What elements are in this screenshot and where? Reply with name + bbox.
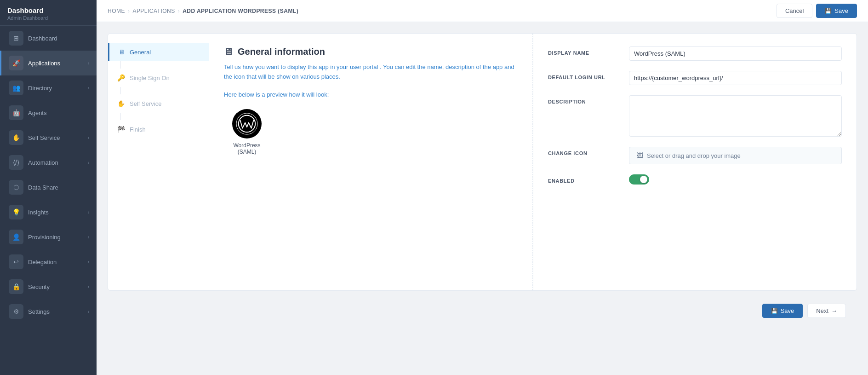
chevron-icon-automation: ‹ — [88, 160, 89, 165]
enabled-label: ENABLED — [548, 174, 622, 184]
wizard-card: 🖥 General 🔑 Single Sign On ✋ Self Servic… — [108, 33, 857, 291]
chevron-icon-provisioning: ‹ — [88, 235, 89, 240]
step-icon-sso: 🔑 — [117, 74, 125, 81]
preview-label: Here below is a preview how it will look… — [224, 91, 518, 98]
chevron-icon-security: ‹ — [88, 284, 89, 289]
sidebar-label-automation: Automation — [28, 159, 58, 166]
wizard-steps: 🖥 General 🔑 Single Sign On ✋ Self Servic… — [108, 34, 209, 290]
description-label: DESCRIPTION — [548, 95, 622, 104]
sidebar-item-dashboard[interactable]: ⊞ Dashboard — [0, 26, 97, 51]
sidebar-icon-self-service: ✋ — [9, 130, 23, 145]
step-connector-1 — [120, 87, 121, 94]
app-preview-icon — [232, 109, 262, 138]
chevron-icon-delegation: ‹ — [88, 260, 89, 265]
chevron-icon-directory: ‹ — [88, 86, 89, 91]
chevron-icon-applications: ‹ — [88, 61, 89, 66]
sidebar-icon-provisioning: 👤 — [9, 230, 23, 244]
breadcrumb-current: ADD APPLICATION WORDPRESS (SAML) — [183, 8, 298, 14]
sidebar-header: Dashboard Admin Dashboard — [0, 0, 97, 26]
wizard-bottom-actions: 💾 Save Next → — [108, 296, 857, 325]
breadcrumb-sep-2: › — [178, 8, 180, 14]
breadcrumb-sep-1: › — [128, 8, 130, 14]
sidebar-item-settings[interactable]: ⚙ Settings ‹ — [0, 299, 97, 324]
sidebar-icon-delegation: ↩ — [9, 254, 23, 269]
save-button-top[interactable]: 💾 Save — [816, 4, 857, 18]
login-url-label: DEFAULT LOGIN URL — [548, 71, 622, 80]
sidebar-item-self-service[interactable]: ✋ Self Service ‹ — [0, 125, 97, 150]
sidebar-label-self-service: Self Service — [28, 134, 60, 141]
login-url-input[interactable] — [629, 71, 842, 85]
sidebar-subtitle: Admin Dashboard — [7, 15, 89, 21]
sidebar-label-settings: Settings — [28, 308, 50, 315]
user-portal-link[interactable]: user portal — [350, 63, 378, 70]
sidebar-item-security[interactable]: 🔒 Security ‹ — [0, 274, 97, 299]
sidebar-title: Dashboard — [7, 6, 89, 14]
sidebar-item-applications[interactable]: 🚀 Applications ‹ — [0, 51, 97, 75]
step-icon-finish: 🏁 — [117, 126, 125, 133]
change-icon-label: CHANGE ICON — [548, 147, 622, 156]
sidebar-icon-automation: ⟨/⟩ — [9, 155, 23, 170]
sidebar: Dashboard Admin Dashboard ⊞ Dashboard 🚀 … — [0, 0, 97, 375]
display-name-input[interactable] — [629, 46, 842, 61]
wizard-step-sso[interactable]: 🔑 Single Sign On — [108, 69, 209, 87]
sidebar-icon-insights: 💡 — [9, 205, 23, 219]
save-button-bottom[interactable]: 💾 Save — [762, 304, 803, 318]
sidebar-item-delegation[interactable]: ↩ Delegation ‹ — [0, 249, 97, 274]
wizard-step-finish[interactable]: 🏁 Finish — [108, 120, 209, 138]
sidebar-label-insights: Insights — [28, 209, 49, 216]
breadcrumb-applications[interactable]: APPLICATIONS — [132, 8, 175, 14]
sidebar-label-directory: Directory — [28, 85, 52, 92]
step-icon-general: 🖥 — [119, 48, 125, 56]
main-area: HOME › APPLICATIONS › ADD APPLICATION WO… — [97, 0, 868, 375]
sidebar-item-automation[interactable]: ⟨/⟩ Automation ‹ — [0, 150, 97, 175]
wizard-step-general[interactable]: 🖥 General — [108, 43, 209, 61]
sidebar-label-security: Security — [28, 283, 50, 290]
enabled-toggle[interactable] — [629, 174, 649, 185]
sidebar-icon-dashboard: ⊞ — [9, 31, 23, 46]
sidebar-item-directory[interactable]: 👥 Directory ‹ — [0, 75, 97, 100]
step-connector-0 — [120, 61, 121, 69]
sidebar-item-insights[interactable]: 💡 Insights ‹ — [0, 200, 97, 225]
sidebar-icon-security: 🔒 — [9, 279, 23, 294]
save-icon-top: 💾 — [825, 8, 832, 14]
image-icon: 🖼 — [637, 152, 643, 159]
cancel-button[interactable]: Cancel — [777, 4, 812, 18]
save-icon-bottom: 💾 — [771, 308, 778, 314]
toggle-wrap — [629, 174, 842, 185]
sidebar-item-data-share[interactable]: ⬡ Data Share — [0, 175, 97, 200]
step-label-self-service: Self Service — [130, 100, 161, 107]
topbar: HOME › APPLICATIONS › ADD APPLICATION WO… — [97, 0, 868, 22]
app-preview-name: WordPress (SAML) — [228, 142, 265, 155]
sidebar-icon-agents: 🤖 — [9, 105, 23, 120]
breadcrumb: HOME › APPLICATIONS › ADD APPLICATION WO… — [108, 8, 298, 14]
step-label-general: General — [130, 49, 151, 56]
icon-upload-area[interactable]: 🖼 Select or drag and drop your image — [629, 147, 842, 164]
chevron-icon-insights: ‹ — [88, 210, 89, 215]
next-button[interactable]: Next → — [807, 304, 846, 318]
toggle-thumb — [640, 176, 647, 183]
sidebar-label-applications: Applications — [28, 60, 60, 67]
sidebar-item-provisioning[interactable]: 👤 Provisioning ‹ — [0, 225, 97, 249]
chevron-icon-self-service: ‹ — [88, 135, 89, 140]
sidebar-item-agents[interactable]: 🤖 Agents — [0, 100, 97, 125]
sidebar-label-provisioning: Provisioning — [28, 234, 61, 241]
sidebar-label-delegation: Delegation — [28, 259, 57, 265]
app-preview: WordPress (SAML) — [224, 104, 270, 160]
content-area: 🖥 General 🔑 Single Sign On ✋ Self Servic… — [97, 22, 868, 375]
sidebar-icon-directory: 👥 — [9, 81, 23, 95]
sidebar-icon-data-share: ⬡ — [9, 180, 23, 195]
wizard-section-title: 🖥 General information — [224, 46, 518, 57]
display-name-label: DISPLAY NAME — [548, 46, 622, 56]
form-group-enabled: ENABLED — [548, 174, 842, 185]
wizard-step-self-service[interactable]: ✋ Self Service — [108, 94, 209, 113]
svg-point-0 — [236, 113, 257, 134]
description-textarea[interactable] — [629, 95, 842, 137]
step-connector-2 — [120, 113, 121, 120]
step-label-sso: Single Sign On — [130, 75, 170, 81]
step-icon-self-service: ✋ — [117, 100, 125, 107]
sidebar-nav: ⊞ Dashboard 🚀 Applications ‹ 👥 Directory… — [0, 26, 97, 324]
topbar-actions: Cancel 💾 Save — [777, 4, 857, 18]
general-info-icon: 🖥 — [224, 46, 233, 57]
breadcrumb-home[interactable]: HOME — [108, 8, 125, 14]
wizard-content: 🖥 General information Tell us how you wa… — [209, 34, 533, 290]
